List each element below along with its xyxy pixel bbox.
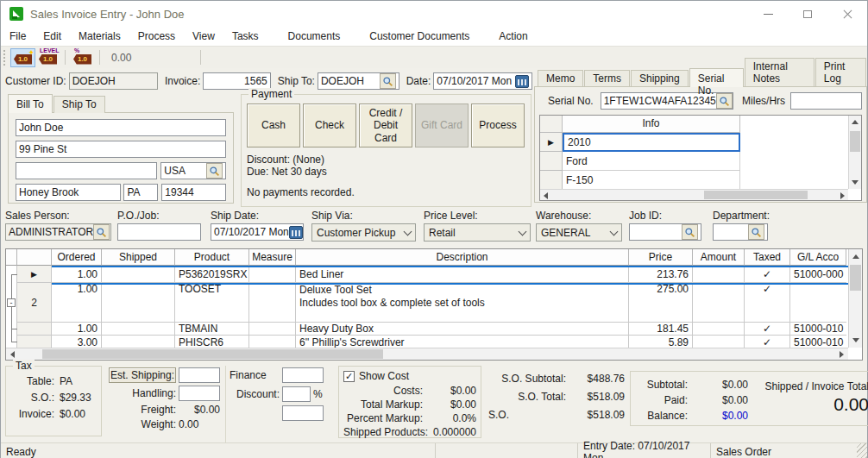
scrollbar-thumb[interactable] — [850, 131, 860, 152]
tab-internal-notes[interactable]: Internal Notes — [745, 58, 815, 87]
calendar-icon[interactable] — [515, 75, 529, 88]
line-item-row[interactable]: 2 1.00 TOOSET Deluxe Tool SetIncludes to… — [6, 283, 862, 323]
credit-debit-card-button[interactable]: Credit / Debit Card — [359, 104, 412, 147]
col-amount[interactable]: Amount — [693, 249, 745, 266]
cell-shipped[interactable] — [102, 283, 175, 323]
job-id-lookup-button[interactable] — [682, 224, 698, 240]
country-lookup-button[interactable] — [206, 163, 223, 179]
taxed-check-icon[interactable]: ✓ — [745, 283, 790, 323]
taxed-check-icon[interactable]: ✓ — [745, 266, 790, 283]
cell-description[interactable]: Deluxe Tool SetIncludes tool box & compl… — [296, 283, 629, 323]
cell-ordered[interactable]: 1.00 — [52, 266, 102, 283]
menu-action[interactable]: Action — [490, 30, 536, 42]
bill-state-field[interactable]: PA — [123, 184, 158, 201]
cell-shipped[interactable] — [102, 266, 175, 283]
scroll-up-icon[interactable] — [852, 254, 859, 259]
menu-tasks[interactable]: Tasks — [223, 30, 267, 42]
cell-amount[interactable] — [693, 266, 745, 283]
cash-button[interactable]: Cash — [247, 104, 300, 147]
cell-amount[interactable] — [693, 283, 745, 323]
miles-hrs-field[interactable] — [790, 92, 862, 110]
cell-gl-account[interactable]: 51000-000 — [790, 266, 846, 283]
menu-edit[interactable]: Edit — [35, 30, 70, 42]
ship-to-field[interactable]: DOEJOH — [318, 72, 399, 90]
horizontal-scrollbar[interactable] — [540, 189, 848, 200]
warehouse-dropdown[interactable]: GENERAL — [536, 223, 622, 242]
ship-date-field[interactable]: 07/10/2017 Mon — [211, 223, 304, 241]
date-field[interactable]: 07/10/2017 Mon — [433, 72, 532, 90]
process-button[interactable]: Process — [471, 104, 525, 147]
scrollbar-thumb[interactable] — [704, 191, 808, 199]
col-price[interactable]: Price — [629, 249, 693, 266]
row-number[interactable]: 2 — [17, 283, 52, 323]
menu-view[interactable]: View — [184, 30, 223, 42]
bill-country-field[interactable]: USA — [160, 162, 226, 179]
cell-description[interactable]: Bed Liner — [296, 266, 629, 283]
scroll-right-icon[interactable] — [840, 351, 844, 358]
scrollbar-thumb[interactable] — [42, 349, 383, 359]
cell-ordered[interactable]: 1.00 — [52, 323, 102, 336]
row-indicator[interactable]: ▶ — [17, 266, 52, 283]
menu-customer-documents[interactable]: Customer Documents — [361, 30, 478, 42]
customer-id-field[interactable]: DOEJOH — [69, 72, 158, 90]
row-header-cell[interactable] — [17, 323, 52, 336]
ship-to-lookup-button[interactable] — [380, 73, 396, 89]
cell-product[interactable]: P5362019SRX — [175, 266, 249, 283]
info-cell-year[interactable]: 2010 — [563, 133, 740, 152]
menu-documents[interactable]: Documents — [280, 30, 349, 42]
info-cell-model[interactable]: F-150 — [563, 171, 740, 190]
scroll-up-icon[interactable] — [852, 120, 859, 124]
finance-extra-field[interactable] — [282, 405, 324, 421]
cell-measure[interactable] — [249, 283, 296, 323]
finance-field[interactable] — [282, 367, 324, 383]
maximize-button[interactable] — [788, 1, 827, 27]
serial-lookup-button[interactable] — [716, 93, 733, 109]
minimize-button[interactable] — [748, 1, 788, 27]
cell-ordered[interactable]: 1.00 — [52, 283, 102, 323]
department-lookup-button[interactable] — [748, 224, 764, 240]
scroll-down-icon[interactable] — [852, 180, 859, 185]
new-price-tag-button[interactable]: 1.0 ✦ — [10, 48, 35, 67]
tab-ship-to[interactable]: Ship To — [53, 96, 105, 113]
menu-file[interactable]: File — [1, 30, 35, 42]
ship-via-dropdown[interactable]: Customer Pickup — [311, 223, 416, 242]
col-ordered[interactable]: Ordered — [52, 249, 102, 266]
show-cost-checkbox[interactable]: ✓ — [343, 371, 355, 382]
cell-gl-account[interactable]: 51000-010 — [790, 323, 846, 336]
collapse-kit-icon[interactable]: - — [7, 298, 16, 307]
department-field[interactable] — [713, 223, 768, 241]
price-level-button[interactable]: 1.0 LEVEL — [35, 48, 60, 67]
cell-product[interactable]: TOOSET — [175, 283, 249, 323]
cell-measure[interactable] — [249, 323, 296, 336]
toolbar-grip[interactable] — [3, 50, 6, 66]
tab-print-log[interactable]: Print Log — [815, 58, 866, 87]
discount-field[interactable] — [282, 386, 311, 402]
col-gl-account[interactable]: G/L Acco — [790, 249, 846, 266]
sales-person-field[interactable]: ADMINISTRATOR — [5, 223, 111, 241]
menu-process[interactable]: Process — [129, 30, 184, 42]
cell-price[interactable]: 213.76 — [629, 266, 693, 283]
cell-description[interactable]: Heavy Duty Box — [296, 323, 629, 336]
cell-measure[interactable] — [249, 266, 296, 283]
menu-materials[interactable]: Materials — [70, 30, 129, 42]
cell-price[interactable]: 181.45 — [629, 323, 693, 336]
po-job-field[interactable] — [117, 223, 201, 241]
scroll-left-icon[interactable] — [10, 351, 15, 358]
resize-grip[interactable] — [857, 443, 867, 458]
calendar-icon[interactable] — [289, 226, 303, 239]
col-measure[interactable]: Measure — [249, 249, 296, 266]
col-taxed[interactable]: Taxed — [745, 249, 790, 266]
vertical-scrollbar[interactable] — [848, 116, 861, 189]
horizontal-scrollbar[interactable] — [6, 348, 848, 360]
invoice-number-field[interactable]: 1565 — [203, 72, 270, 90]
cell-price[interactable]: 275.00 — [629, 283, 693, 323]
scroll-right-icon[interactable] — [840, 192, 845, 199]
percent-tag-button[interactable]: 1.0 % — [70, 48, 95, 67]
line-item-row[interactable]: ▶ 1.00 P5362019SRX Bed Liner 213.76 ✓ 51… — [6, 266, 862, 283]
cell-amount[interactable] — [693, 323, 745, 336]
bill-address2-field[interactable] — [16, 162, 157, 179]
bill-city-field[interactable]: Honey Brook — [16, 184, 121, 201]
job-id-field[interactable] — [629, 223, 701, 241]
price-level-dropdown[interactable]: Retail — [424, 223, 531, 242]
tab-terms[interactable]: Terms — [584, 70, 630, 87]
